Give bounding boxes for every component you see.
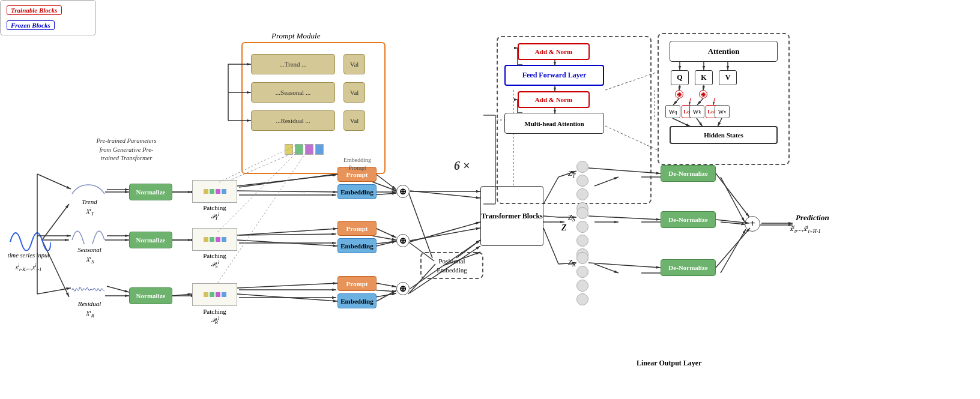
patching-seasonal-label: Patching — [192, 252, 237, 259]
plus-circle-residual: ⊕ — [396, 282, 410, 295]
patch-residual-math: 𝒫Ri — [198, 316, 232, 325]
attention-box: Attention — [670, 41, 778, 62]
plus-final: + — [745, 216, 760, 232]
zr-circles — [576, 252, 588, 305]
prompt-residual-val: Val — [343, 110, 365, 131]
z-label: Z — [561, 223, 567, 233]
svg-line-33 — [594, 264, 619, 273]
svg-line-107 — [237, 229, 337, 235]
plus-circle-seasonal: ⊕ — [396, 234, 410, 247]
svg-line-28 — [410, 222, 480, 242]
add-norm-bottom: Add & Norm — [518, 91, 590, 108]
plus-red-k: ⊕ — [699, 90, 707, 98]
svg-line-106 — [237, 191, 337, 192]
seasonal-label: Seasonal — [72, 246, 107, 253]
residual-label: Residual — [72, 300, 107, 307]
zs-label: ZS — [568, 213, 575, 223]
svg-line-96 — [37, 174, 71, 189]
plus-red-q: ⊕ — [675, 90, 683, 98]
pretrained-note: Pre-trained Parametersfrom Generative Pr… — [80, 137, 173, 163]
svg-line-101 — [172, 294, 192, 296]
zr-label: ZR — [568, 258, 576, 268]
residual-wave — [71, 279, 106, 298]
svg-line-23 — [408, 192, 432, 258]
svg-line-104 — [107, 286, 129, 292]
seasonal-math: XiS — [74, 255, 106, 265]
multi-head-attention-box: Multi-head Attention — [504, 113, 604, 134]
patching-residual-label: Patching — [192, 308, 237, 315]
plus-circle-trend: ⊕ — [396, 185, 410, 198]
k-label: K — [695, 70, 713, 85]
prompt-module-label: Prompt Module — [271, 31, 320, 41]
svg-line-111 — [377, 175, 396, 190]
embedding-trend: Embedding — [337, 184, 377, 199]
svg-line-109 — [237, 283, 337, 288]
prompt-trend-val: Val — [343, 54, 365, 74]
color-bars — [285, 144, 324, 155]
frozen-label: Frozen Blocks — [7, 20, 55, 30]
svg-line-115 — [377, 283, 396, 287]
svg-line-78 — [410, 228, 480, 241]
svg-line-116 — [377, 290, 396, 301]
prediction-label: Prediction — [796, 213, 829, 223]
svg-line-88 — [588, 216, 661, 220]
trainable-label: Trainable Blocks — [7, 5, 62, 15]
patching-residual-container — [192, 283, 237, 306]
normalize-seasonal: Normalize — [129, 232, 172, 248]
trend-math: XiT — [74, 207, 106, 217]
seasonal-wave — [71, 225, 106, 244]
hidden-states-box: Hidden States — [670, 126, 778, 144]
prompt-residual-box: ...Residual ... — [251, 110, 335, 131]
positional-embedding-box: Positional Embedding — [420, 252, 483, 279]
zt-circles — [576, 161, 588, 214]
svg-line-11 — [239, 234, 336, 235]
architecture-diagram: Trainable Blocks Frozen Blocks Pre-train… — [0, 0, 980, 399]
time-series-label: time series input — [6, 252, 51, 259]
wv-box: Wv — [715, 105, 730, 118]
x-range-label: xit-K,...,xit-1 — [3, 263, 54, 272]
wq-box: Wq — [665, 105, 680, 118]
normalize-trend: Normalize — [129, 184, 172, 200]
q-label: Q — [671, 70, 689, 85]
prediction-math: x̂it,...,x̂it+H-1 — [790, 224, 821, 234]
trend-label: Trend — [72, 198, 107, 205]
wk-box: Wk — [689, 105, 704, 118]
v-label: V — [719, 70, 737, 85]
svg-line-98 — [37, 288, 71, 294]
prompt-seasonal: Prompt — [337, 221, 377, 236]
svg-line-7 — [239, 174, 336, 187]
legend-box: Trainable Blocks Frozen Blocks — [0, 0, 96, 35]
embedding-residual: Embedding — [337, 293, 377, 308]
linear-output-label: Linear Output Layer — [637, 359, 701, 368]
trend-wave — [71, 179, 106, 197]
prompt-residual: Prompt — [337, 276, 377, 291]
time-series-wave — [9, 221, 51, 251]
svg-line-89 — [588, 263, 661, 268]
svg-line-110 — [237, 294, 337, 301]
svg-line-108 — [237, 240, 337, 246]
svg-line-90 — [716, 173, 749, 217]
embedding-seasonal: Embedding — [337, 238, 377, 253]
patching-seasonal-container — [192, 228, 237, 251]
denormalize-s: De-Normalize — [661, 211, 716, 228]
prompt-seasonal-box: ...Seasonal ... — [251, 82, 335, 103]
svg-line-2 — [42, 204, 69, 240]
patch-seasonal-math: 𝒫Si — [198, 260, 232, 269]
feed-forward-box: Feed Forward Layer — [504, 65, 604, 86]
patch-trend-math: 𝒫Ti — [198, 212, 232, 221]
svg-line-38 — [721, 222, 746, 224]
patching-trend-container — [192, 180, 237, 203]
patching-trend-label: Patching — [192, 204, 237, 211]
svg-line-92 — [716, 228, 750, 268]
svg-line-39 — [721, 229, 746, 273]
six-x-label: 6 × — [454, 159, 470, 173]
svg-line-105 — [237, 175, 337, 186]
add-norm-top: Add & Norm — [518, 43, 590, 60]
zt-label: ZT — [568, 169, 575, 179]
denormalize-r: De-Normalize — [661, 259, 716, 276]
normalize-residual: Normalize — [129, 287, 172, 304]
embedding-prompt-label: Embedding Prompt — [333, 156, 381, 172]
residual-math: XiR — [74, 309, 106, 319]
svg-line-114 — [377, 241, 396, 246]
svg-line-37 — [721, 177, 745, 222]
